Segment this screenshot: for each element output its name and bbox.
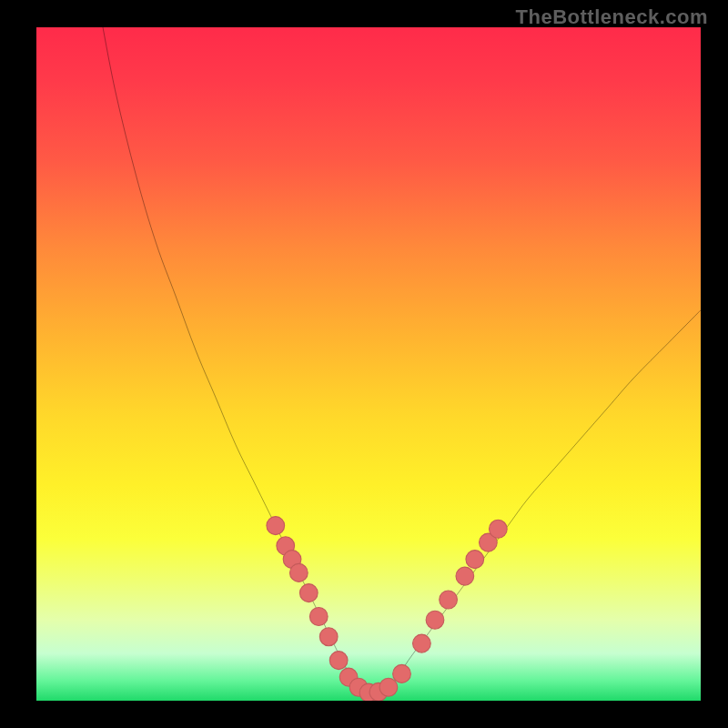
chart-svg: [36, 27, 701, 701]
chart-point: [489, 520, 507, 538]
chart-point: [379, 678, 398, 696]
chart-point: [329, 652, 348, 670]
chart-point: [319, 628, 338, 646]
chart-point: [456, 567, 474, 585]
chart-plot-area: [36, 27, 701, 701]
chart-point: [440, 591, 458, 609]
chart-point: [466, 551, 484, 569]
chart-point: [299, 584, 318, 602]
chart-curve-group: [103, 27, 701, 693]
chart-point: [267, 517, 285, 535]
chart-points-group: [267, 517, 507, 701]
chart-point: [393, 664, 411, 682]
chart-point: [413, 634, 431, 652]
chart-point: [426, 611, 444, 629]
chart-point: [309, 608, 328, 626]
chart-curve: [103, 27, 701, 693]
chart-point: [289, 563, 308, 581]
watermark-text: TheBottleneck.com: [516, 5, 708, 29]
